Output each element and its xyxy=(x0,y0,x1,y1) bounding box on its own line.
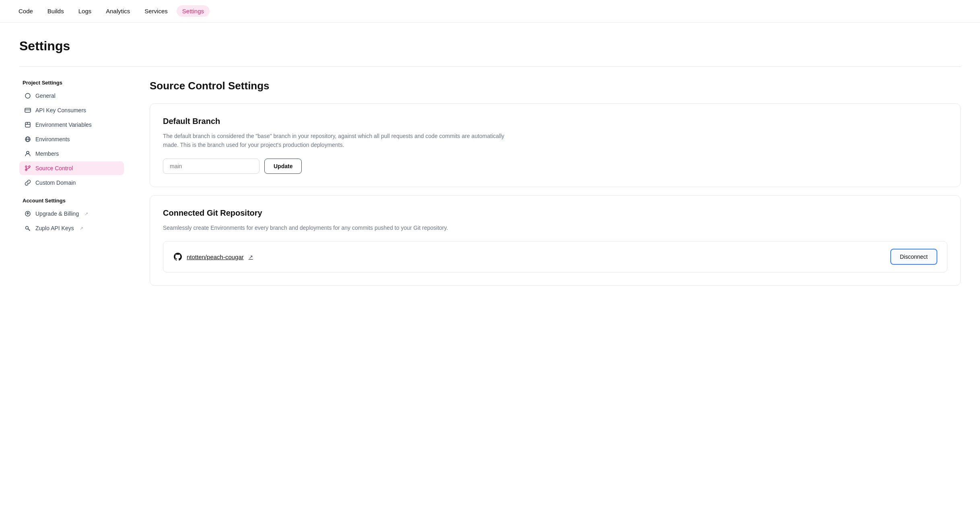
svg-point-0 xyxy=(25,93,30,98)
external-link-icon-billing: ↗ xyxy=(84,211,88,217)
nav-builds[interactable]: Builds xyxy=(42,5,70,17)
repo-row: ntotten/peach-cougar ↗ Disconnect xyxy=(163,241,947,272)
key-icon xyxy=(24,225,31,232)
sidebar-label-upgrade-billing: Upgrade & Billing xyxy=(35,210,79,217)
globe-icon xyxy=(24,136,31,143)
github-icon xyxy=(173,252,183,262)
nav-logs[interactable]: Logs xyxy=(73,5,97,17)
default-branch-input-row: Update xyxy=(163,159,947,174)
svg-rect-1 xyxy=(25,108,31,112)
sidebar-label-custom-domain: Custom Domain xyxy=(35,179,76,186)
section-title: Source Control Settings xyxy=(150,80,961,92)
person-icon xyxy=(24,150,31,157)
sidebar-label-api-key-consumers: API Key Consumers xyxy=(35,107,86,113)
sidebar-item-zuplo-api-keys[interactable]: Zuplo API Keys ↗ xyxy=(19,221,124,235)
repo-name: ntotten/peach-cougar xyxy=(187,254,244,260)
sidebar-label-source-control: Source Control xyxy=(35,165,73,171)
link-icon xyxy=(24,179,31,186)
svg-point-11 xyxy=(29,166,30,167)
sidebar-item-api-key-consumers[interactable]: API Key Consumers xyxy=(19,103,124,117)
sidebar-item-environments[interactable]: Environments xyxy=(19,132,124,146)
nav-services[interactable]: Services xyxy=(139,5,173,17)
disconnect-button[interactable]: Disconnect xyxy=(890,249,937,265)
sidebar: Project Settings General API xyxy=(19,80,124,294)
sidebar-item-source-control[interactable]: Source Control xyxy=(19,161,124,175)
connected-repo-description: Seamlessly create Environments for every… xyxy=(163,223,509,232)
branch-icon xyxy=(24,165,31,172)
external-link-icon-apikeys: ↗ xyxy=(80,226,83,231)
default-branch-description: The default branch is considered the "ba… xyxy=(163,132,509,150)
card-icon xyxy=(24,107,31,114)
default-branch-title: Default Branch xyxy=(163,117,947,126)
connected-repo-title: Connected Git Repository xyxy=(163,208,947,218)
page-title: Settings xyxy=(19,39,961,54)
update-button[interactable]: Update xyxy=(264,159,302,174)
sidebar-item-general[interactable]: General xyxy=(19,89,124,103)
divider xyxy=(19,66,961,67)
sidebar-label-environments: Environments xyxy=(35,136,70,142)
svg-point-14 xyxy=(26,227,29,229)
sidebar-item-members[interactable]: Members xyxy=(19,147,124,161)
nav-analytics[interactable]: Analytics xyxy=(100,5,136,17)
sidebar-item-upgrade-billing[interactable]: Upgrade & Billing ↗ xyxy=(19,207,124,221)
settings-page: Settings Project Settings General xyxy=(0,23,980,310)
sidebar-label-zuplo-api-keys: Zuplo API Keys xyxy=(35,225,74,231)
circle-arrow-icon xyxy=(24,210,31,217)
connected-repo-card: Connected Git Repository Seamlessly crea… xyxy=(150,195,961,286)
project-settings-heading: Project Settings xyxy=(19,80,124,86)
layout: Project Settings General API xyxy=(19,80,961,294)
main-content: Source Control Settings Default Branch T… xyxy=(150,80,961,294)
nav-code[interactable]: Code xyxy=(13,5,39,17)
svg-point-10 xyxy=(25,166,27,167)
repo-external-link-icon: ↗ xyxy=(249,254,253,260)
sidebar-label-members: Members xyxy=(35,151,59,157)
repo-link[interactable]: ntotten/peach-cougar ↗ xyxy=(173,252,253,262)
default-branch-input[interactable] xyxy=(163,159,259,174)
svg-point-9 xyxy=(27,151,29,154)
sidebar-label-general: General xyxy=(35,93,56,99)
top-nav: Code Builds Logs Analytics Services Sett… xyxy=(0,0,980,23)
circle-icon xyxy=(24,92,31,99)
sidebar-item-environment-variables[interactable]: Environment Variables xyxy=(19,118,124,132)
sidebar-item-custom-domain[interactable]: Custom Domain xyxy=(19,176,124,190)
box-icon xyxy=(24,121,31,128)
sidebar-label-environment-variables: Environment Variables xyxy=(35,122,92,128)
nav-settings[interactable]: Settings xyxy=(177,5,210,17)
svg-rect-3 xyxy=(25,122,30,127)
account-settings-heading: Account Settings xyxy=(19,198,124,204)
default-branch-card: Default Branch The default branch is con… xyxy=(150,103,961,187)
